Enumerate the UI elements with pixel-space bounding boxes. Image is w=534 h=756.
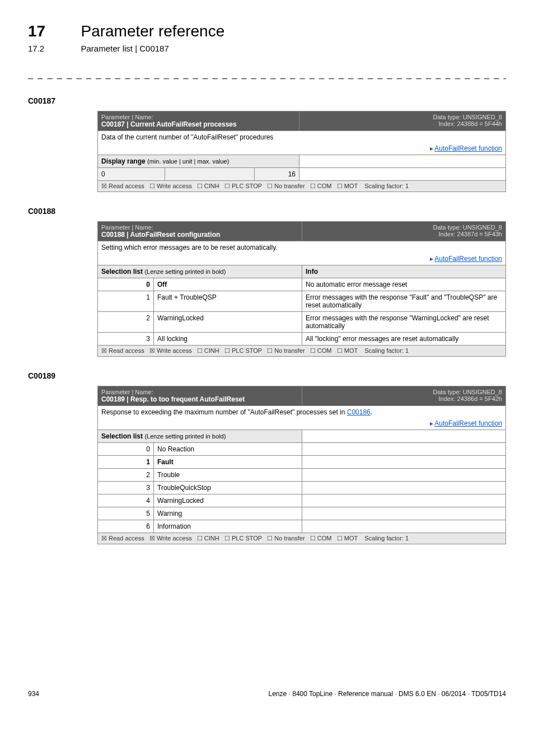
flag-com: ☐ COM: [310, 535, 332, 542]
selection-list-sublabel: (Lenze setting printed in bold): [144, 268, 226, 275]
flag-plcstop: ☐ PLC STOP: [224, 183, 262, 189]
footer-text: Lenze · 8400 TopLine · Reference manual …: [269, 690, 506, 698]
param-name-label: Parameter | Name:: [101, 114, 296, 120]
selection-num: 1: [98, 291, 154, 312]
selection-name: Information: [154, 520, 302, 533]
link-arrow-icon: ▸: [430, 255, 433, 263]
scaling-factor: Scaling factor: 1: [364, 535, 409, 542]
selection-num: 4: [98, 494, 154, 507]
selection-num: 0: [98, 443, 154, 456]
selection-info: Error messages with the response "Fault"…: [302, 291, 506, 312]
link-arrow-icon: ▸: [430, 144, 433, 152]
flag-plcstop: ☐ PLC STOP: [224, 535, 262, 542]
chapter-number: 17: [28, 22, 78, 40]
selection-num: 2: [98, 312, 154, 333]
selection-name: Fault + TroubleQSP: [154, 291, 302, 312]
selection-list-sublabel: (Lenze setting printed in bold): [144, 433, 226, 440]
scaling-factor: Scaling factor: 1: [364, 183, 409, 189]
selection-name: Trouble: [154, 469, 302, 482]
param-code-c00189: C00189: [28, 371, 506, 380]
selection-num: 3: [98, 482, 154, 494]
param-description: Response to exceeding the maximum number…: [101, 408, 502, 416]
flag-write-access: ☒ Write access: [149, 535, 192, 542]
param-code-c00188: C00188: [28, 207, 506, 216]
selection-num: 5: [98, 507, 154, 520]
flag-mot: ☐ MOT: [337, 183, 358, 189]
selection-num: 6: [98, 520, 154, 533]
link-arrow-icon: ▸: [430, 419, 433, 427]
section-number: 17.2: [28, 44, 78, 53]
display-range-sublabel: (min. value | unit | max. value): [147, 158, 229, 165]
flag-plcstop: ☐ PLC STOP: [224, 347, 262, 354]
scaling-factor: Scaling factor: 1: [364, 347, 409, 354]
selection-name: Fault: [154, 456, 302, 469]
link-c00186[interactable]: C00186: [347, 408, 371, 416]
flag-write-access: ☐ Write access: [149, 183, 192, 189]
flag-read-access: ☒ Read access: [101, 535, 144, 542]
selection-name: All locking: [154, 333, 302, 346]
flag-com: ☐ COM: [310, 183, 332, 189]
param-index: Index: 24387d = 5F43h: [306, 231, 502, 237]
table-c00188: Parameter | Name: C00188 | AutoFailReset…: [97, 221, 506, 357]
data-type-label: Data type: UNSIGNED_8: [306, 389, 502, 395]
display-range-min: 0: [98, 168, 165, 181]
data-type-label: Data type: UNSIGNED_8: [306, 224, 502, 231]
flag-read-access: ☒ Read access: [101, 183, 144, 189]
selection-info: No automatic error message reset: [302, 278, 506, 291]
display-range-max: 16: [255, 168, 299, 181]
link-autofailreset-function[interactable]: AutoFailReset function: [434, 144, 502, 152]
table-c00189: Parameter | Name: C00189 | Resp. to too …: [97, 386, 506, 544]
selection-name: Warning: [154, 507, 302, 520]
flag-mot: ☐ MOT: [337, 535, 358, 542]
data-type-label: Data type: UNSIGNED_8: [303, 114, 502, 120]
selection-num: 3: [98, 333, 154, 346]
selection-name: Off: [154, 278, 302, 291]
flag-mot: ☐ MOT: [337, 347, 358, 354]
flag-com: ☐ COM: [310, 347, 332, 354]
flag-cinh: ☐ CINH: [197, 347, 219, 354]
param-name-label: Parameter | Name:: [101, 224, 298, 231]
flag-cinh: ☐ CINH: [197, 535, 219, 542]
flag-notransfer: ☐ No transfer: [267, 347, 305, 354]
page-number: 934: [28, 690, 39, 698]
link-autofailreset-function[interactable]: AutoFailReset function: [434, 255, 502, 263]
param-title: C00187 | Current AutoFailReset processes: [101, 120, 296, 128]
selection-name: No Reaction: [154, 443, 302, 456]
display-range-label: Display range: [101, 157, 146, 165]
table-c00187: Parameter | Name: C00187 | Current AutoF…: [97, 111, 506, 192]
selection-num: 2: [98, 469, 154, 482]
flag-cinh: ☐ CINH: [197, 183, 219, 189]
divider-dashes: _ _ _ _ _ _ _ _ _ _ _ _ _ _ _ _ _ _ _ _ …: [28, 69, 506, 80]
param-description: Setting which error messages are to be r…: [101, 244, 502, 251]
param-code-c00187: C00187: [28, 96, 506, 105]
selection-num: 1: [98, 456, 154, 469]
section-title: Parameter list | C00187: [81, 44, 168, 53]
selection-name: WarningLocked: [154, 312, 302, 333]
selection-list-label: Selection list: [101, 268, 143, 276]
param-description: Data of the current number of "AutoFailR…: [101, 133, 502, 141]
selection-name: WarningLocked: [154, 494, 302, 507]
flag-notransfer: ☐ No transfer: [267, 535, 305, 542]
flag-write-access: ☒ Write access: [149, 347, 192, 354]
param-title: C00188 | AutoFailReset configuration: [101, 231, 298, 239]
param-index: Index: 24386d = 5F42h: [306, 395, 502, 402]
selection-num: 0: [98, 278, 154, 291]
chapter-title: Parameter reference: [81, 22, 224, 40]
selection-info: Error messages with the response "Warnin…: [302, 312, 506, 333]
info-column-header: Info: [302, 265, 506, 278]
flag-read-access: ☒ Read access: [101, 347, 144, 354]
param-index: Index: 24388d = 5F44h: [303, 120, 502, 127]
selection-name: TroubleQuickStop: [154, 482, 302, 494]
flag-notransfer: ☐ No transfer: [267, 183, 305, 189]
param-title: C00189 | Resp. to too frequent AutoFailR…: [101, 395, 298, 403]
selection-list-label: Selection list: [101, 432, 143, 440]
link-autofailreset-function[interactable]: AutoFailReset function: [434, 419, 502, 427]
param-name-label: Parameter | Name:: [101, 389, 298, 395]
selection-info: All "locking" error messages are reset a…: [302, 333, 506, 346]
